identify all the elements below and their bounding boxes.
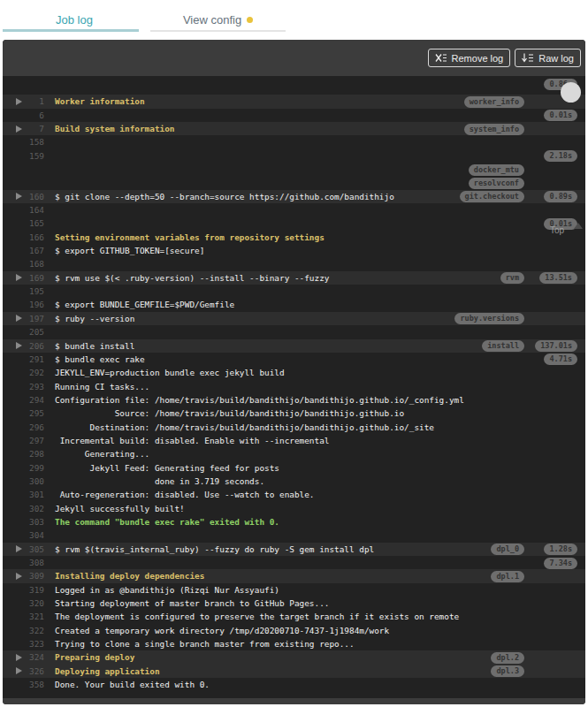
line-number[interactable]: 159 <box>3 149 44 163</box>
log-row: 1Worker informationworker_info <box>3 95 585 108</box>
log-row: 321The deployment is configured to prese… <box>3 610 585 623</box>
log-row: 158 <box>3 135 585 148</box>
log-line-text: Running CI tasks... <box>55 380 149 393</box>
line-number[interactable]: 324 <box>3 650 44 664</box>
line-number[interactable]: 197 <box>3 312 44 325</box>
remove-log-button[interactable]: Remove log <box>428 49 511 67</box>
line-number[interactable]: 301 <box>3 488 44 501</box>
line-number[interactable]: 292 <box>3 366 44 379</box>
line-number[interactable]: 164 <box>3 203 44 217</box>
line-number[interactable]: 158 <box>3 135 44 148</box>
line-number[interactable]: 293 <box>3 380 44 393</box>
line-number[interactable]: 6 <box>3 109 44 122</box>
log-row: 205 <box>3 325 585 338</box>
log-line-text: Created a temporary work directory /tmp/… <box>55 624 389 637</box>
log-row: 197$ ruby --versionruby.versions <box>3 312 585 325</box>
line-number[interactable]: 309 <box>3 569 44 582</box>
line-number[interactable]: 160 <box>3 190 44 203</box>
log-row: 302Jekyll successfully built! <box>3 502 585 515</box>
log-row: docker_mtu <box>3 163 585 176</box>
tab-view-config[interactable]: View config <box>150 9 286 30</box>
line-number[interactable]: 358 <box>3 678 44 691</box>
line-number[interactable]: 196 <box>3 298 44 311</box>
line-number[interactable]: 169 <box>3 271 44 285</box>
fold-name-badge[interactable]: rvm <box>500 272 524 284</box>
log-row: 304 <box>3 528 585 542</box>
line-number[interactable]: 291 <box>3 353 44 366</box>
line-number[interactable]: 303 <box>3 515 44 528</box>
line-number[interactable]: 302 <box>3 502 44 515</box>
fold-name-badge[interactable]: dpl_0 <box>491 544 524 555</box>
duration-badge: 13.51s <box>539 272 577 284</box>
line-number[interactable]: 297 <box>3 434 44 447</box>
fold-name-badge[interactable]: system_info <box>464 124 524 135</box>
log-row: 305$ rvm $(travis_internal_ruby) --fuzzy… <box>3 543 585 556</box>
line-number[interactable]: 300 <box>3 475 44 488</box>
line-number[interactable]: 322 <box>3 624 44 637</box>
line-number[interactable]: 321 <box>3 610 44 623</box>
fold-name-badge[interactable]: dpl.3 <box>491 665 524 677</box>
line-number[interactable]: 326 <box>3 665 44 678</box>
log-row: 196$ export BUNDLE_GEMFILE=$PWD/Gemfile <box>3 298 585 311</box>
log-line-text: Setting environment variables from repos… <box>55 231 325 244</box>
duration-badge: 2.18s <box>544 150 577 162</box>
log-line-text: Jekyll Feed: Generating feed for posts <box>55 461 279 475</box>
line-number[interactable]: 305 <box>3 543 44 556</box>
log-line-text: Destination: /home/travis/build/bandithi… <box>55 421 434 434</box>
fold-name-badge[interactable]: git.checkout <box>460 191 524 202</box>
line-number[interactable]: 167 <box>3 244 44 257</box>
line-number[interactable]: 323 <box>3 637 44 650</box>
line-number[interactable]: 1 <box>3 95 44 108</box>
raw-log-button[interactable]: Raw log <box>515 49 581 67</box>
log-row: 7Build system informationsystem_info <box>3 122 585 135</box>
fold-name-badge[interactable]: ruby.versions <box>454 313 524 324</box>
line-number[interactable]: 299 <box>3 461 44 475</box>
duration-badge: 137.01s <box>535 340 577 352</box>
log-line-text: $ rvm use $(< .ruby-version) --install -… <box>55 271 329 285</box>
log-row: 164 <box>3 203 585 217</box>
log-row: 167$ export GITHUB_TOKEN=[secure] <box>3 244 585 257</box>
log-row: 309Installing deploy dependenciesdpl.1 <box>3 569 585 582</box>
tab-job-log-label: Job log <box>56 13 93 27</box>
line-number[interactable]: 296 <box>3 421 44 434</box>
log-line-text: JEKYLL_ENV=production bundle exec jekyll… <box>55 366 285 379</box>
log-row: 319Logged in as @bandithijo (Rizqi Nur A… <box>3 583 585 597</box>
duration-badge: 0.89s <box>544 191 577 202</box>
scroll-knob[interactable] <box>561 82 581 103</box>
log-row: 0.86s <box>3 77 585 90</box>
scroll-to-top-button[interactable]: Top <box>550 223 583 235</box>
fold-name-badge[interactable]: dpl.2 <box>491 652 524 664</box>
line-number[interactable]: 205 <box>3 325 44 338</box>
fold-name-badge[interactable]: install <box>482 340 524 352</box>
line-number[interactable]: 308 <box>3 556 44 569</box>
log-row: 166Setting environment variables from re… <box>3 231 585 244</box>
line-number[interactable]: 304 <box>3 528 44 542</box>
line-number[interactable]: 295 <box>3 407 44 420</box>
line-number[interactable]: 7 <box>3 122 44 135</box>
active-tab-underline <box>3 29 139 32</box>
line-number[interactable]: 166 <box>3 231 44 244</box>
log-line-text: Build system information <box>55 122 174 135</box>
line-number[interactable]: 206 <box>3 339 44 353</box>
fold-name-badge[interactable]: worker_info <box>464 96 524 108</box>
tab-bar: Job log View config <box>0 0 588 40</box>
log-line-text: Worker information <box>55 95 145 108</box>
log-line-text: $ bundle exec rake <box>55 353 145 366</box>
line-number[interactable]: 195 <box>3 285 44 298</box>
fold-name-badge[interactable]: resolvconf <box>469 178 524 189</box>
line-number[interactable]: 294 <box>3 393 44 407</box>
line-number[interactable]: 165 <box>3 217 44 230</box>
line-number[interactable]: 319 <box>3 583 44 597</box>
log-row: 3087.34s <box>3 556 585 569</box>
scroll-to-top-arrow-icon <box>574 223 583 229</box>
log-line-text: Deploying application <box>55 665 160 678</box>
log-line-text: $ export GITHUB_TOKEN=[secure] <box>55 244 204 257</box>
log-row: 168 <box>3 257 585 270</box>
line-number[interactable]: 298 <box>3 447 44 460</box>
line-number[interactable]: 168 <box>3 257 44 270</box>
log-line-text: Preparing deploy <box>55 650 134 664</box>
line-number[interactable]: 320 <box>3 597 44 610</box>
fold-name-badge[interactable]: docker_mtu <box>469 164 524 176</box>
tab-job-log[interactable]: Job log <box>6 9 142 30</box>
fold-name-badge[interactable]: dpl.1 <box>491 571 524 582</box>
